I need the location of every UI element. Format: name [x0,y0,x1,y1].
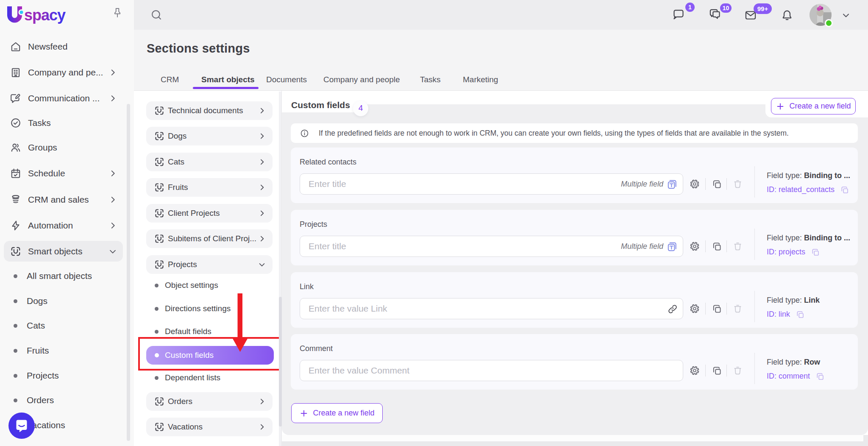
svg-text:spacy: spacy [24,6,66,24]
